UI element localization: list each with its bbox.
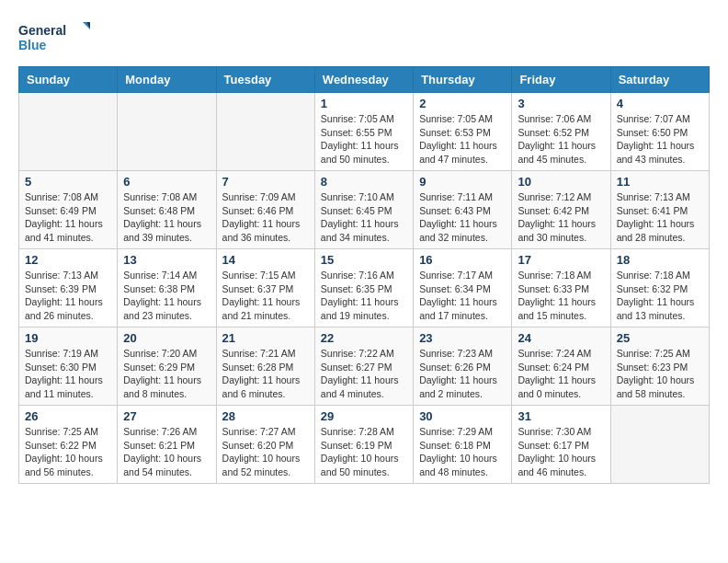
calendar-cell (19, 93, 118, 171)
calendar-cell: 29Sunrise: 7:28 AM Sunset: 6:19 PM Dayli… (314, 406, 413, 484)
calendar-cell: 13Sunrise: 7:14 AM Sunset: 6:38 PM Dayli… (118, 249, 216, 327)
col-header-thursday: Thursday (414, 67, 512, 93)
day-number: 28 (222, 409, 309, 423)
calendar-cell: 6Sunrise: 7:08 AM Sunset: 6:48 PM Daylig… (118, 171, 216, 249)
day-info: Sunrise: 7:18 AM Sunset: 6:32 PM Dayligh… (617, 269, 703, 323)
calendar-cell: 21Sunrise: 7:21 AM Sunset: 6:28 PM Dayli… (216, 327, 314, 406)
day-info: Sunrise: 7:06 AM Sunset: 6:52 PM Dayligh… (518, 112, 604, 167)
day-info: Sunrise: 7:15 AM Sunset: 6:37 PM Dayligh… (222, 269, 309, 323)
calendar-header-row: SundayMondayTuesdayWednesdayThursdayFrid… (19, 67, 710, 93)
day-info: Sunrise: 7:05 AM Sunset: 6:55 PM Dayligh… (321, 112, 407, 167)
day-number: 14 (222, 253, 309, 267)
day-number: 11 (617, 175, 703, 189)
calendar-cell: 27Sunrise: 7:26 AM Sunset: 6:21 PM Dayli… (118, 406, 216, 484)
day-number: 5 (25, 175, 111, 189)
day-info: Sunrise: 7:27 AM Sunset: 6:20 PM Dayligh… (222, 425, 309, 479)
day-info: Sunrise: 7:25 AM Sunset: 6:22 PM Dayligh… (25, 425, 111, 479)
day-number: 6 (123, 175, 210, 189)
day-info: Sunrise: 7:18 AM Sunset: 6:33 PM Dayligh… (518, 269, 604, 323)
day-number: 8 (321, 175, 407, 189)
logo: General Blue (18, 18, 92, 57)
logo-svg: General Blue (18, 18, 92, 57)
calendar-cell: 14Sunrise: 7:15 AM Sunset: 6:37 PM Dayli… (216, 249, 314, 327)
day-info: Sunrise: 7:28 AM Sunset: 6:19 PM Dayligh… (321, 425, 407, 479)
day-info: Sunrise: 7:22 AM Sunset: 6:27 PM Dayligh… (321, 347, 407, 401)
calendar-cell: 2Sunrise: 7:05 AM Sunset: 6:53 PM Daylig… (414, 93, 512, 171)
day-info: Sunrise: 7:11 AM Sunset: 6:43 PM Dayligh… (419, 190, 506, 245)
calendar-week-4: 19Sunrise: 7:19 AM Sunset: 6:30 PM Dayli… (19, 327, 710, 406)
day-info: Sunrise: 7:07 AM Sunset: 6:50 PM Dayligh… (617, 112, 703, 167)
calendar-cell: 4Sunrise: 7:07 AM Sunset: 6:50 PM Daylig… (610, 93, 709, 171)
day-number: 27 (123, 409, 210, 423)
day-info: Sunrise: 7:17 AM Sunset: 6:34 PM Dayligh… (419, 269, 506, 323)
col-header-tuesday: Tuesday (216, 67, 314, 93)
day-info: Sunrise: 7:09 AM Sunset: 6:46 PM Dayligh… (222, 190, 309, 245)
calendar-cell: 18Sunrise: 7:18 AM Sunset: 6:32 PM Dayli… (610, 249, 709, 327)
calendar-week-3: 12Sunrise: 7:13 AM Sunset: 6:39 PM Dayli… (19, 249, 710, 327)
page-header: General Blue (18, 18, 710, 57)
calendar-cell: 10Sunrise: 7:12 AM Sunset: 6:42 PM Dayli… (512, 171, 610, 249)
col-header-saturday: Saturday (610, 67, 709, 93)
col-header-wednesday: Wednesday (314, 67, 413, 93)
day-number: 15 (321, 253, 407, 267)
day-info: Sunrise: 7:10 AM Sunset: 6:45 PM Dayligh… (321, 190, 407, 245)
day-info: Sunrise: 7:24 AM Sunset: 6:24 PM Dayligh… (518, 347, 604, 401)
calendar-cell: 1Sunrise: 7:05 AM Sunset: 6:55 PM Daylig… (314, 93, 413, 171)
day-number: 30 (419, 409, 506, 423)
svg-text:General: General (18, 23, 66, 38)
day-number: 4 (617, 97, 703, 110)
day-number: 2 (419, 97, 506, 110)
calendar-cell: 15Sunrise: 7:16 AM Sunset: 6:35 PM Dayli… (314, 249, 413, 327)
day-number: 29 (321, 409, 407, 423)
calendar-cell: 3Sunrise: 7:06 AM Sunset: 6:52 PM Daylig… (512, 93, 610, 171)
day-number: 31 (518, 409, 604, 423)
calendar-cell: 28Sunrise: 7:27 AM Sunset: 6:20 PM Dayli… (216, 406, 314, 484)
calendar-cell (216, 93, 314, 171)
day-number: 13 (123, 253, 210, 267)
calendar-week-2: 5Sunrise: 7:08 AM Sunset: 6:49 PM Daylig… (19, 171, 710, 249)
calendar-cell: 24Sunrise: 7:24 AM Sunset: 6:24 PM Dayli… (512, 327, 610, 406)
calendar-cell: 31Sunrise: 7:30 AM Sunset: 6:17 PM Dayli… (512, 406, 610, 484)
day-info: Sunrise: 7:23 AM Sunset: 6:26 PM Dayligh… (419, 347, 506, 401)
calendar-cell: 16Sunrise: 7:17 AM Sunset: 6:34 PM Dayli… (414, 249, 512, 327)
day-number: 21 (222, 331, 309, 345)
calendar-cell: 8Sunrise: 7:10 AM Sunset: 6:45 PM Daylig… (314, 171, 413, 249)
calendar-week-1: 1Sunrise: 7:05 AM Sunset: 6:55 PM Daylig… (19, 93, 710, 171)
calendar-cell: 12Sunrise: 7:13 AM Sunset: 6:39 PM Dayli… (19, 249, 118, 327)
day-info: Sunrise: 7:12 AM Sunset: 6:42 PM Dayligh… (518, 190, 604, 245)
day-number: 9 (419, 175, 506, 189)
day-number: 16 (419, 253, 506, 267)
calendar-cell: 25Sunrise: 7:25 AM Sunset: 6:23 PM Dayli… (610, 327, 709, 406)
day-number: 17 (518, 253, 604, 267)
calendar-table: SundayMondayTuesdayWednesdayThursdayFrid… (18, 66, 710, 484)
day-info: Sunrise: 7:14 AM Sunset: 6:38 PM Dayligh… (123, 269, 210, 323)
day-number: 26 (25, 409, 111, 423)
svg-text:Blue: Blue (18, 38, 47, 52)
day-number: 19 (25, 331, 111, 345)
day-number: 24 (518, 331, 604, 345)
day-info: Sunrise: 7:29 AM Sunset: 6:18 PM Dayligh… (419, 425, 506, 479)
calendar-cell: 9Sunrise: 7:11 AM Sunset: 6:43 PM Daylig… (414, 171, 512, 249)
day-info: Sunrise: 7:25 AM Sunset: 6:23 PM Dayligh… (617, 347, 703, 401)
calendar-cell: 11Sunrise: 7:13 AM Sunset: 6:41 PM Dayli… (610, 171, 709, 249)
calendar-cell: 22Sunrise: 7:22 AM Sunset: 6:27 PM Dayli… (314, 327, 413, 406)
calendar-cell (610, 406, 709, 484)
day-number: 7 (222, 175, 309, 189)
calendar-cell: 7Sunrise: 7:09 AM Sunset: 6:46 PM Daylig… (216, 171, 314, 249)
day-number: 20 (123, 331, 210, 345)
day-number: 1 (321, 97, 407, 110)
day-info: Sunrise: 7:19 AM Sunset: 6:30 PM Dayligh… (25, 347, 111, 401)
day-number: 10 (518, 175, 604, 189)
day-info: Sunrise: 7:05 AM Sunset: 6:53 PM Dayligh… (419, 112, 506, 167)
day-number: 12 (25, 253, 111, 267)
calendar-cell: 17Sunrise: 7:18 AM Sunset: 6:33 PM Dayli… (512, 249, 610, 327)
day-info: Sunrise: 7:13 AM Sunset: 6:39 PM Dayligh… (25, 269, 111, 323)
day-number: 25 (617, 331, 703, 345)
day-number: 23 (419, 331, 506, 345)
calendar-cell: 19Sunrise: 7:19 AM Sunset: 6:30 PM Dayli… (19, 327, 118, 406)
day-info: Sunrise: 7:21 AM Sunset: 6:28 PM Dayligh… (222, 347, 309, 401)
calendar-week-5: 26Sunrise: 7:25 AM Sunset: 6:22 PM Dayli… (19, 406, 710, 484)
day-number: 22 (321, 331, 407, 345)
calendar-cell: 23Sunrise: 7:23 AM Sunset: 6:26 PM Dayli… (414, 327, 512, 406)
col-header-friday: Friday (512, 67, 610, 93)
